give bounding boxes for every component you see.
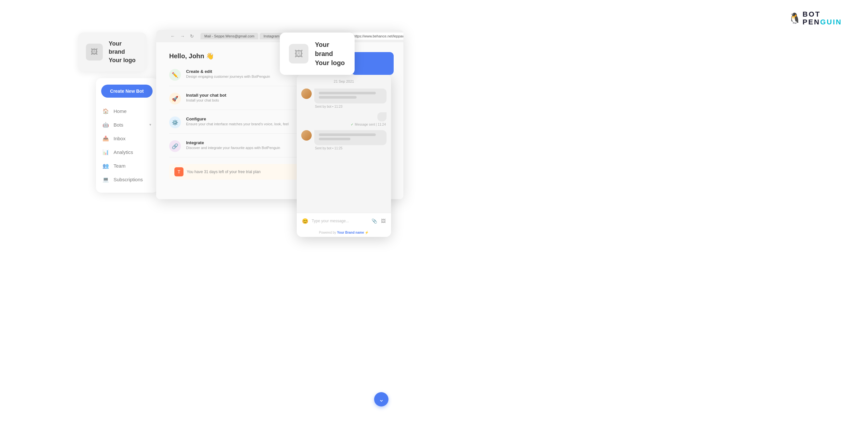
chat-date-separator: 21 Sep 2021	[297, 74, 391, 86]
chat-meta-bot-1: Sent by bot • 11:23	[315, 105, 386, 109]
logo-text-pen: PEN	[803, 18, 820, 26]
browser-url-bar[interactable]: https://www.behance.net/leppawensenft	[350, 33, 403, 40]
sidebar-item-bots[interactable]: 🤖 Bots ▾	[96, 118, 158, 131]
feature-icon-install: 🚀	[169, 93, 181, 104]
logo-text-bot: BOT	[803, 10, 820, 18]
analytics-icon: 📊	[102, 149, 109, 155]
logo-text-guin: GUIN	[820, 18, 842, 26]
feature-title-create: Create & edit	[186, 69, 270, 74]
chat-message-user: ✓ Message sent | 11:24	[301, 112, 386, 126]
bots-icon: 🤖	[102, 121, 109, 128]
chat-line	[319, 133, 376, 136]
subscriptions-icon: 💻	[102, 176, 109, 183]
home-icon: 🏠	[102, 108, 109, 114]
sidebar-item-label-subscriptions: Subscriptions	[114, 177, 143, 182]
feature-icon-create: ✏️	[169, 69, 181, 81]
sidebar-item-label-home: Home	[114, 109, 127, 114]
chat-bubble-wrap-1: Sent by bot • 11:23	[314, 89, 386, 109]
chevron-down-icon: ▾	[149, 122, 151, 127]
blue-action-card	[351, 52, 394, 75]
check-icon: ✓	[351, 123, 353, 126]
feature-desc-create: Design engaging customer journeys with B…	[186, 74, 270, 79]
feature-desc-install: Install your chat bots	[186, 98, 226, 102]
botpenguin-logo: 🐧 BOT PENGUIN	[788, 10, 842, 26]
brand-logo-icon-left: 🖼	[91, 48, 98, 56]
chat-input[interactable]: Type your message...	[312, 219, 368, 223]
chat-message-bot-1: Sent by bot • 11:23	[301, 89, 386, 109]
sidebar-item-home[interactable]: 🏠 Home	[96, 104, 158, 118]
feature-icon-integrate: 🔗	[169, 140, 181, 152]
feature-desc-integrate: Discover and integrate your favourite ap…	[186, 146, 280, 150]
chat-bubble-wrap-2: Sent by bot • 11:25	[314, 130, 386, 150]
sidebar-item-team[interactable]: 👥 Team	[96, 159, 158, 173]
feature-icon-configure: ⚙️	[169, 117, 181, 128]
chat-messages: Sent by bot • 11:23 ✓ Message sent | 11:…	[297, 86, 391, 213]
feature-title-install: Install your chat bot	[186, 93, 226, 98]
powered-lightning-icon: ⚡	[365, 231, 369, 234]
chat-bubble-bot-1	[314, 89, 386, 103]
trial-icon: T	[175, 167, 184, 176]
chat-input-area: 😊 Type your message... 📎 🖼	[297, 213, 391, 229]
brand-text-left: Your brand Your logo	[108, 40, 138, 64]
sidebar-item-label-analytics: Analytics	[114, 149, 133, 155]
browser-back-button[interactable]: ←	[170, 33, 175, 40]
chat-meta-user: ✓ Message sent | 11:24	[301, 123, 386, 126]
sidebar-item-label-team: Team	[114, 163, 126, 169]
sidebar-panel: Create New Bot 🏠 Home 🤖 Bots ▾ 📥 Inbox 📊…	[96, 78, 158, 193]
sidebar-item-label-bots: Bots	[114, 122, 123, 128]
chat-meta-bot-2: Sent by bot • 11:25	[315, 147, 386, 150]
chat-bubble-user	[377, 112, 386, 121]
create-new-bot-button[interactable]: Create New Bot	[101, 85, 153, 98]
chat-avatar-bot-2	[301, 130, 312, 141]
feature-title-configure: Configure	[186, 117, 288, 121]
chat-line	[319, 96, 356, 99]
brand-card-right: 🖼 Your brand Your logo	[280, 33, 354, 75]
sidebar-item-analytics[interactable]: 📊 Analytics	[96, 145, 158, 159]
chat-message-bot-2: Sent by bot • 11:25	[301, 130, 386, 150]
sidebar-item-subscriptions[interactable]: 💻 Subscriptions	[96, 173, 158, 186]
brand-logo-right: 🖼	[289, 44, 308, 63]
image-button[interactable]: 🖼	[380, 218, 386, 224]
browser-tab-mail[interactable]: Mail - Seppe.Wens@gmail.com	[200, 33, 258, 39]
browser-refresh-button[interactable]: ↻	[190, 33, 194, 40]
feature-desc-configure: Ensure your chat interface matches your …	[186, 122, 288, 126]
feature-title-integrate: Integrate	[186, 140, 280, 145]
brand-text-right: Your brand Your logo	[315, 40, 345, 67]
logo-penguin-icon: 🐧	[788, 12, 801, 24]
chat-powered-brand: Your Brand name	[337, 231, 364, 234]
browser-forward-button[interactable]: →	[180, 33, 185, 40]
inbox-icon: 📥	[102, 135, 109, 142]
chat-line	[319, 138, 350, 140]
brand-logo-left: 🖼	[86, 43, 103, 61]
chat-line	[319, 92, 376, 94]
sidebar-item-label-inbox: Inbox	[114, 136, 126, 141]
brand-card-left: 🖼 Your brand Your logo	[78, 33, 146, 71]
team-icon: 👥	[102, 162, 109, 169]
brand-logo-icon-right: 🖼	[294, 49, 303, 59]
emoji-button[interactable]: 😊	[301, 217, 309, 225]
sidebar-item-inbox[interactable]: 📥 Inbox	[96, 131, 158, 145]
chevron-down-icon: ⌄	[379, 396, 384, 402]
chat-bubble-bot-2	[314, 130, 386, 145]
chat-avatar-bot-1	[301, 89, 312, 99]
attach-button[interactable]: 📎	[371, 218, 377, 224]
chat-fab-button[interactable]: ⌄	[374, 392, 389, 406]
chat-powered-by: Powered by Your Brand name ⚡	[297, 229, 391, 237]
trial-text: You have 31 days left of your free trial…	[187, 170, 260, 174]
chat-widget: 21 Sep 2021 Sent by bot • 11:23	[297, 74, 391, 237]
